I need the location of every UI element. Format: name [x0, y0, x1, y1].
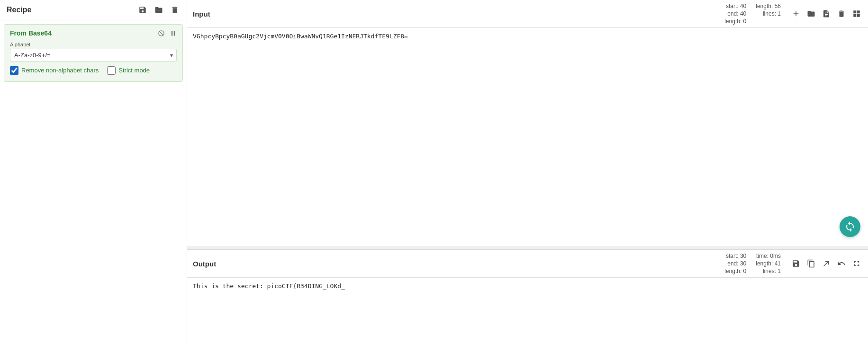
options-row: Remove non-alphabet chars Strict mode: [10, 66, 177, 75]
input-pane: Input start: 40 end: 40 length: 0: [187, 0, 868, 247]
undo-icon: [837, 259, 846, 268]
strict-mode-option[interactable]: Strict mode: [107, 66, 150, 75]
output-stat-time: time: 0ms: [756, 253, 781, 259]
folder-icon: [154, 6, 163, 14]
sidebar-toolbar: [137, 5, 180, 15]
output-stat-col-2: time: 0ms length: 41 lines: 1: [756, 253, 781, 274]
svg-rect-2: [172, 31, 173, 35]
input-stat-col-1: start: 40 end: 40 length: 0: [724, 3, 746, 25]
input-layout-button[interactable]: [851, 8, 862, 19]
save-icon: [138, 6, 147, 14]
pause-icon: [170, 30, 177, 37]
input-stats: start: 40 end: 40 length: 0 length: 56: [724, 3, 781, 25]
delete-button[interactable]: [170, 5, 180, 15]
trash-icon: [171, 6, 179, 14]
alphabet-select-wrapper: A-Za-z0-9+/=A-Za-z0-9-_A-Za-z0-9+/ ▾: [10, 49, 177, 62]
export-icon: [822, 259, 831, 268]
disable-icon: [158, 30, 165, 37]
alphabet-select[interactable]: A-Za-z0-9+/=A-Za-z0-9-_A-Za-z0-9+/: [10, 49, 177, 62]
input-stat-length: length: 0: [724, 18, 746, 25]
output-pane: Output start: 30 end: 30 length: 0: [187, 249, 868, 344]
sidebar-title: Recipe: [7, 6, 31, 14]
alphabet-section: Alphabet A-Za-z0-9+/=A-Za-z0-9-_A-Za-z0-…: [10, 42, 177, 62]
output-stat-end: end: 30: [724, 260, 746, 267]
strict-mode-label: Strict mode: [118, 67, 150, 75]
import-icon: [822, 9, 831, 18]
input-content[interactable]: VGhpcyBpcyB0aGUgc2VjcmV0V0OiBwaWNvQ1RGe1…: [187, 28, 868, 247]
output-pane-header: Output start: 30 end: 30 length: 0: [187, 250, 868, 278]
operation-controls: [158, 30, 177, 37]
input-import-button[interactable]: [821, 8, 832, 19]
input-stat-start: start: 40: [724, 3, 746, 9]
output-text: This is the secret: picoCTF{R34DING_LOKd…: [193, 282, 345, 290]
svg-line-1: [160, 31, 163, 35]
output-stats: start: 30 end: 30 length: 0 time: 0ms: [724, 253, 781, 274]
output-pane-meta: start: 30 end: 30 length: 0 time: 0ms: [724, 253, 862, 274]
open-button[interactable]: [154, 5, 164, 15]
output-stat-length: length: 0: [724, 268, 746, 274]
input-pane-meta: start: 40 end: 40 length: 0 length: 56: [724, 3, 862, 25]
plus-icon: [792, 9, 800, 18]
input-open-button[interactable]: [805, 8, 817, 19]
sidebar: Recipe From Base64: [0, 0, 187, 344]
input-stat-lines: lines: 1: [756, 10, 781, 17]
save-button[interactable]: [137, 5, 148, 15]
operation-card: From Base64: [4, 24, 183, 82]
layout-icon: [852, 9, 861, 18]
output-export-button[interactable]: [821, 258, 832, 269]
bake-button[interactable]: [840, 216, 860, 237]
main-content: Input start: 40 end: 40 length: 0: [187, 0, 868, 344]
output-copy-button[interactable]: [805, 258, 817, 269]
input-stat-col-2: length: 56 lines: 1: [756, 3, 781, 25]
remove-nonalpha-checkbox[interactable]: [10, 66, 18, 75]
output-save-icon: [792, 259, 800, 268]
remove-nonalpha-label: Remove non-alphabet chars: [21, 67, 99, 75]
output-stat-col-1: start: 30 end: 30 length: 0: [724, 253, 746, 274]
input-pane-title: Input: [193, 10, 210, 18]
operation-title-row: From Base64: [10, 29, 177, 37]
output-save-button[interactable]: [790, 258, 802, 269]
output-pane-title: Output: [193, 260, 216, 268]
output-fullscreen-button[interactable]: [851, 258, 862, 269]
input-text: VGhpcyBpcyB0aGUgc2VjcmV0V0OiBwaWNvQ1RGe1…: [193, 33, 408, 40]
sidebar-header: Recipe: [0, 0, 187, 20]
clear-icon: [837, 9, 846, 18]
output-content: This is the secret: picoCTF{R34DING_LOKd…: [187, 278, 868, 344]
input-pane-header: Input start: 40 end: 40 length: 0: [187, 0, 868, 28]
remove-nonalpha-option[interactable]: Remove non-alphabet chars: [10, 66, 99, 75]
input-pane-actions: [790, 8, 862, 19]
svg-rect-3: [174, 31, 175, 35]
input-delete-button[interactable]: [836, 8, 847, 19]
strict-mode-checkbox[interactable]: [107, 66, 116, 75]
output-stat-start: start: 30: [724, 253, 746, 259]
output-undo-button[interactable]: [836, 258, 847, 269]
bake-icon: [844, 221, 856, 232]
output-stat-lines: lines: 1: [756, 268, 781, 274]
folder-open-icon: [807, 9, 815, 18]
operation-title: From Base64: [10, 29, 52, 37]
output-stat-length2: length: 41: [756, 260, 781, 267]
fullscreen-icon: [852, 259, 861, 268]
output-pane-actions: [790, 258, 862, 269]
pause-operation-button[interactable]: [170, 30, 177, 37]
input-add-button[interactable]: [790, 8, 802, 19]
disable-operation-button[interactable]: [158, 30, 165, 37]
copy-icon: [807, 259, 815, 268]
input-stat-length2: length: 56: [756, 3, 781, 9]
alphabet-label: Alphabet: [10, 42, 177, 47]
input-stat-end: end: 40: [724, 10, 746, 17]
